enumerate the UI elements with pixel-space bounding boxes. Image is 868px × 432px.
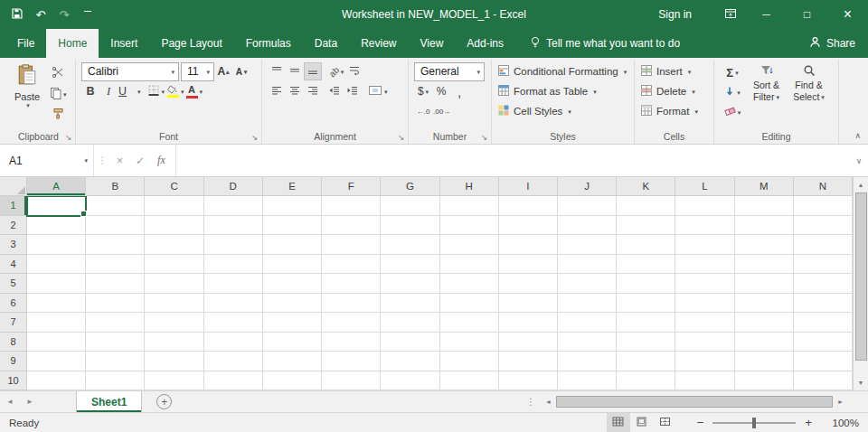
cell-B10[interactable]: [86, 371, 145, 391]
column-header-A[interactable]: A: [27, 177, 86, 196]
row-header-5[interactable]: 5: [0, 274, 27, 294]
select-all-button[interactable]: [0, 177, 27, 196]
cell-E9[interactable]: [263, 352, 322, 371]
fill-color-button[interactable]: ▾: [165, 82, 185, 100]
cell-D8[interactable]: [204, 333, 263, 352]
underline-button[interactable]: U▾: [118, 82, 142, 100]
cell-L1[interactable]: [675, 196, 734, 216]
cell-K2[interactable]: [617, 216, 675, 236]
row-header-6[interactable]: 6: [0, 294, 27, 314]
cell-D3[interactable]: [204, 235, 263, 255]
cell-N2[interactable]: [794, 216, 853, 236]
cell-K1[interactable]: [617, 196, 675, 216]
cell-N7[interactable]: [794, 313, 853, 333]
name-box-resize-handle[interactable]: ⋮: [94, 145, 110, 176]
column-header-N[interactable]: N: [794, 177, 853, 196]
cell-D1[interactable]: [204, 196, 263, 216]
cell-N9[interactable]: [794, 352, 853, 371]
cell-F10[interactable]: [322, 371, 381, 391]
cell-F9[interactable]: [322, 352, 381, 371]
vertical-scrollbar[interactable]: ▲ ▼: [853, 177, 868, 390]
cell-H7[interactable]: [440, 313, 499, 333]
delete-cells-button[interactable]: Delete ▾: [640, 81, 708, 101]
scroll-left-button[interactable]: ◄: [541, 394, 556, 409]
cell-F3[interactable]: [322, 235, 381, 255]
cut-button[interactable]: [49, 64, 68, 82]
close-button[interactable]: ×: [827, 0, 868, 29]
cell-I9[interactable]: [499, 352, 558, 371]
cell-A3[interactable]: [27, 235, 86, 255]
cell-H10[interactable]: [440, 371, 499, 391]
cell-G9[interactable]: [381, 352, 439, 371]
zoom-slider[interactable]: [712, 422, 796, 424]
cell-H6[interactable]: [440, 294, 499, 314]
cell-B1[interactable]: [86, 196, 145, 216]
zoom-slider-handle[interactable]: [752, 418, 756, 428]
cell-N6[interactable]: [794, 294, 853, 314]
cell-M5[interactable]: [735, 274, 794, 294]
new-sheet-button[interactable]: +: [156, 394, 172, 409]
cell-C3[interactable]: [145, 235, 203, 255]
cell-H5[interactable]: [440, 274, 499, 294]
cell-D10[interactable]: [204, 371, 263, 391]
column-header-M[interactable]: M: [735, 177, 794, 196]
clipboard-dialog-launcher[interactable]: ↘: [65, 134, 71, 142]
cell-J4[interactable]: [558, 255, 617, 275]
cell-K3[interactable]: [617, 235, 675, 255]
tab-file[interactable]: File: [5, 29, 46, 58]
cell-M7[interactable]: [735, 313, 794, 333]
cell-M3[interactable]: [735, 235, 794, 255]
horizontal-scroll-track[interactable]: [556, 394, 833, 409]
cell-B3[interactable]: [86, 235, 145, 255]
cell-N3[interactable]: [794, 235, 853, 255]
number-format-select[interactable]: General▾: [414, 62, 485, 81]
cell-H3[interactable]: [440, 235, 499, 255]
cancel-button[interactable]: ×: [110, 145, 129, 176]
cell-E6[interactable]: [263, 294, 322, 314]
name-box[interactable]: A1 ▾: [0, 145, 94, 176]
middle-align-button[interactable]: [286, 62, 304, 80]
enter-button[interactable]: ✓: [129, 145, 151, 176]
cell-J7[interactable]: [558, 313, 617, 333]
sort-filter-button[interactable]: Sort & Filter▾: [745, 61, 788, 121]
cell-G10[interactable]: [381, 371, 439, 391]
page-break-preview-button[interactable]: [654, 413, 677, 432]
column-header-C[interactable]: C: [145, 177, 203, 196]
cell-H4[interactable]: [440, 255, 499, 275]
tab-review[interactable]: Review: [349, 29, 408, 58]
autosum-button[interactable]: Σ▾: [720, 63, 745, 81]
copy-button[interactable]: ▾: [49, 85, 68, 103]
cell-E5[interactable]: [263, 274, 322, 294]
cell-J6[interactable]: [558, 294, 617, 314]
column-header-J[interactable]: J: [558, 177, 617, 196]
cell-A9[interactable]: [27, 352, 86, 371]
cell-G2[interactable]: [381, 216, 439, 236]
row-header-9[interactable]: 9: [0, 352, 27, 371]
cell-A5[interactable]: [27, 274, 86, 294]
increase-font-size-button[interactable]: A▴: [214, 62, 232, 80]
cell-A4[interactable]: [27, 255, 86, 275]
cell-I7[interactable]: [499, 313, 558, 333]
cell-C2[interactable]: [145, 216, 203, 236]
share-button[interactable]: Share: [809, 29, 855, 58]
cell-N4[interactable]: [794, 255, 853, 275]
scroll-right-button[interactable]: ►: [833, 394, 848, 409]
column-header-H[interactable]: H: [440, 177, 499, 196]
cell-E7[interactable]: [263, 313, 322, 333]
cell-M9[interactable]: [735, 352, 794, 371]
cell-C10[interactable]: [145, 371, 203, 391]
cell-M6[interactable]: [735, 294, 794, 314]
clear-button[interactable]: ▾: [720, 103, 745, 121]
tell-me-box[interactable]: Tell me what you want to do: [530, 29, 680, 58]
font-color-button[interactable]: A▾: [185, 82, 204, 100]
cell-H8[interactable]: [440, 333, 499, 352]
cell-G3[interactable]: [381, 235, 439, 255]
find-select-button[interactable]: Find & Select▾: [788, 61, 830, 121]
expand-formula-bar-button[interactable]: ∨: [850, 145, 868, 176]
column-header-I[interactable]: I: [499, 177, 558, 196]
insert-function-button[interactable]: fx: [151, 145, 176, 176]
cell-C9[interactable]: [145, 352, 203, 371]
formula-input[interactable]: [176, 145, 850, 176]
comma-style-button[interactable]: ,: [450, 82, 468, 100]
fill-button[interactable]: ▾: [720, 83, 745, 101]
